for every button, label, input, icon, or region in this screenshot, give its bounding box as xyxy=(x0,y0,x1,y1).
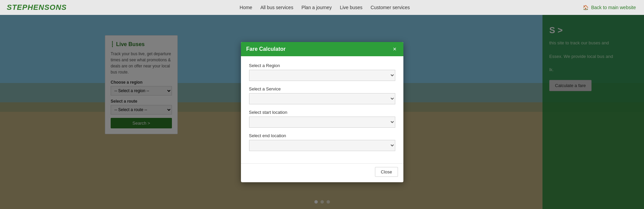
brand-logo: STEPHENSONS xyxy=(7,3,67,12)
modal-close-button[interactable]: × xyxy=(392,46,398,52)
nav-home[interactable]: Home xyxy=(240,5,252,10)
modal-end-label: Select end location xyxy=(249,133,395,138)
modal-footer: Close xyxy=(241,163,403,182)
modal-title: Fare Calculator xyxy=(246,46,286,52)
nav-links: Home All bus services Plan a journey Liv… xyxy=(240,5,410,10)
region-form-group: Select a Region xyxy=(249,63,395,81)
modal-header: Fare Calculator × xyxy=(241,42,403,56)
back-link[interactable]: 🏠 Back to main website xyxy=(583,5,637,10)
home-icon: 🏠 xyxy=(583,5,589,10)
start-form-group: Select start location xyxy=(249,110,395,128)
nav-all-bus[interactable]: All bus services xyxy=(260,5,293,10)
end-form-group: Select end location xyxy=(249,133,395,151)
hero-section: ┆ Live Buses Track your bus live, get de… xyxy=(0,15,644,209)
nav-customer[interactable]: Customer services xyxy=(371,5,410,10)
modal-body: Select a Region Select a Service Select … xyxy=(241,56,403,163)
modal-footer-close-button[interactable]: Close xyxy=(375,167,398,177)
fare-calculator-modal: Fare Calculator × Select a Region Select… xyxy=(241,42,403,182)
modal-service-select[interactable] xyxy=(249,93,395,104)
navbar: STEPHENSONS Home All bus services Plan a… xyxy=(0,0,644,15)
modal-service-label: Select a Service xyxy=(249,86,395,91)
modal-start-select[interactable] xyxy=(249,117,395,128)
nav-plan[interactable]: Plan a journey xyxy=(302,5,332,10)
modal-region-label: Select a Region xyxy=(249,63,395,68)
modal-start-label: Select start location xyxy=(249,110,395,115)
service-form-group: Select a Service xyxy=(249,86,395,104)
nav-live[interactable]: Live buses xyxy=(340,5,362,10)
modal-end-select[interactable] xyxy=(249,140,395,151)
modal-region-select[interactable] xyxy=(249,70,395,81)
